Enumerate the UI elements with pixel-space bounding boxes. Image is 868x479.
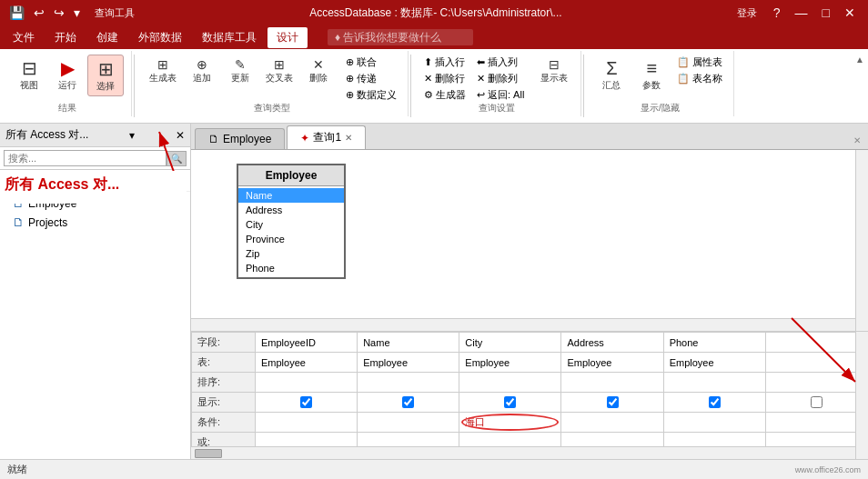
tab-query1-close[interactable]: ✕ (345, 133, 352, 143)
grid-cell-show-5[interactable] (663, 393, 765, 413)
save-icon[interactable]: 💾 (7, 5, 26, 20)
grid-cell-criteria-2[interactable] (358, 413, 459, 433)
grid-cell-sort-4[interactable] (561, 373, 663, 393)
grid-hscrollbar[interactable] (191, 446, 868, 459)
grid-cell-sort-1[interactable] (256, 373, 358, 393)
grid-cell-or-3[interactable] (459, 433, 561, 447)
undo-icon[interactable]: ↩ (32, 5, 46, 20)
grid-cell-field-3[interactable]: City (459, 333, 561, 353)
showtable-button[interactable]: ⊟ 显示表 (535, 55, 573, 103)
grid-cell-criteria-5[interactable] (663, 413, 765, 433)
grid-cell-table-1[interactable]: Employee (256, 353, 358, 373)
show-check-3[interactable] (504, 396, 516, 408)
delete-button[interactable]: ✕ 删除 (300, 55, 337, 103)
grid-cell-criteria-6[interactable] (765, 413, 867, 433)
delete-row-button[interactable]: ✕ 删除行 (420, 71, 469, 86)
tab-employee[interactable]: 🗋 Employee (195, 128, 285, 149)
show-check-4[interactable] (607, 396, 619, 408)
redo-icon[interactable]: ↪ (52, 5, 66, 20)
tab-query1[interactable]: ✦ 查询1 ✕ (287, 125, 366, 149)
field-name[interactable]: Name (238, 188, 344, 203)
params-button[interactable]: ≡ 参数 (633, 55, 670, 95)
insert-col-button[interactable]: ⬅ 插入列 (473, 55, 528, 70)
grid-cell-or-5[interactable] (663, 433, 765, 447)
crosstab-button[interactable]: ⊞ 交叉表 (260, 55, 298, 103)
menu-design[interactable]: 设计 (267, 27, 308, 48)
field-province[interactable]: Province (238, 232, 344, 246)
update-button[interactable]: ✎ 更新 (222, 55, 258, 103)
grid-cell-show-2[interactable] (358, 393, 459, 413)
grid-cell-field-6[interactable] (765, 333, 867, 353)
union-button[interactable]: ⊕ 联合 (342, 55, 400, 70)
nav-search-input[interactable] (4, 150, 167, 166)
field-zip[interactable]: Zip (238, 246, 344, 261)
nav-search-button[interactable]: 🔍 (167, 151, 187, 166)
grid-cell-sort-5[interactable] (663, 373, 765, 393)
show-check-2[interactable] (402, 396, 414, 408)
menu-home[interactable]: 开始 (45, 27, 86, 48)
grid-cell-or-4[interactable] (561, 433, 663, 447)
grid-cell-sort-6[interactable] (765, 373, 867, 393)
grid-cell-show-6[interactable] (765, 393, 867, 413)
grid-cell-table-4[interactable]: Employee (561, 353, 663, 373)
grid-cell-or-2[interactable] (358, 433, 459, 447)
builder-button[interactable]: ⚙ 生成器 (420, 87, 469, 103)
grid-vscrollbar[interactable] (855, 332, 868, 459)
view-button[interactable]: ⊟ 视图 (11, 55, 47, 95)
show-check-5[interactable] (709, 396, 721, 408)
design-hscrollbar[interactable] (191, 318, 855, 331)
grid-cell-criteria-4[interactable] (561, 413, 663, 433)
grid-cell-criteria-1[interactable] (256, 413, 358, 433)
help-button[interactable]: ? (768, 0, 786, 25)
nav-header-dropdown[interactable]: ▾ (129, 129, 135, 142)
show-check-6[interactable] (811, 396, 823, 408)
qa-dropdown-icon[interactable]: ▾ (72, 5, 82, 20)
grid-cell-field-5[interactable]: Phone (663, 333, 765, 353)
grid-cell-criteria-3[interactable]: 海口 (459, 413, 561, 433)
menu-create[interactable]: 创建 (87, 27, 127, 48)
pass-button[interactable]: ⊕ 传递 (342, 71, 400, 86)
select-button[interactable]: ⊞ 选择 (87, 55, 124, 96)
grid-cell-sort-3[interactable] (459, 373, 561, 393)
delete-col-button[interactable]: ✕ 删除列 (473, 71, 528, 86)
menu-external[interactable]: 外部数据 (129, 27, 191, 48)
design-vscrollbar[interactable] (855, 150, 868, 331)
datadef-button[interactable]: ⊕ 数据定义 (342, 87, 400, 103)
menu-file[interactable]: 文件 (4, 27, 44, 48)
grid-cell-table-6[interactable] (765, 353, 867, 373)
prop-sheet-button[interactable]: 📋 属性表 (673, 55, 726, 70)
menu-dbtools[interactable]: 数据库工具 (193, 27, 266, 48)
append-button[interactable]: ⊕ 追加 (184, 55, 220, 103)
nav-item-projects[interactable]: 🗋 Projects (0, 213, 190, 232)
grid-cell-table-5[interactable]: Employee (663, 353, 765, 373)
grid-scroll-container[interactable]: 字段: EmployeeID Name City Address Phone 表… (191, 332, 868, 446)
minimize-button[interactable]: — (790, 0, 813, 25)
grid-cell-table-2[interactable]: Employee (358, 353, 459, 373)
show-check-1[interactable] (300, 396, 312, 408)
maximize-button[interactable]: □ (817, 0, 835, 25)
grid-cell-field-2[interactable]: Name (358, 333, 459, 353)
run-button[interactable]: ▶ 运行 (49, 55, 86, 95)
insert-row-button[interactable]: ⬆ 插入行 (420, 55, 469, 70)
totals-button[interactable]: Σ 汇总 (593, 55, 630, 95)
grid-hscroll-thumb[interactable] (195, 449, 222, 458)
nav-item-employee[interactable]: 🗋 Employee (0, 194, 190, 213)
grid-cell-or-6[interactable] (765, 433, 867, 447)
grid-cell-show-4[interactable] (561, 393, 663, 413)
table-name-button[interactable]: 📋 表名称 (673, 71, 726, 86)
grid-cell-sort-2[interactable] (358, 373, 459, 393)
nav-header-close[interactable]: ✕ (176, 129, 185, 142)
grid-cell-field-4[interactable]: Address (561, 333, 663, 353)
field-phone[interactable]: Phone (238, 261, 344, 275)
field-address[interactable]: Address (238, 203, 344, 217)
maketable-button[interactable]: ⊞ 生成表 (144, 55, 182, 103)
grid-cell-table-3[interactable]: Employee (459, 353, 561, 373)
tell-me-input[interactable] (328, 29, 473, 45)
collapse-ribbon-button[interactable]: ▲ (855, 53, 864, 65)
tab-close-all[interactable]: ✕ (850, 132, 864, 149)
close-button[interactable]: ✕ (839, 0, 861, 25)
grid-cell-or-1[interactable] (256, 433, 358, 447)
grid-cell-field-1[interactable]: EmployeeID (256, 333, 358, 353)
nav-section-toggle[interactable]: ⌃ (176, 175, 185, 187)
grid-cell-show-3[interactable] (459, 393, 561, 413)
